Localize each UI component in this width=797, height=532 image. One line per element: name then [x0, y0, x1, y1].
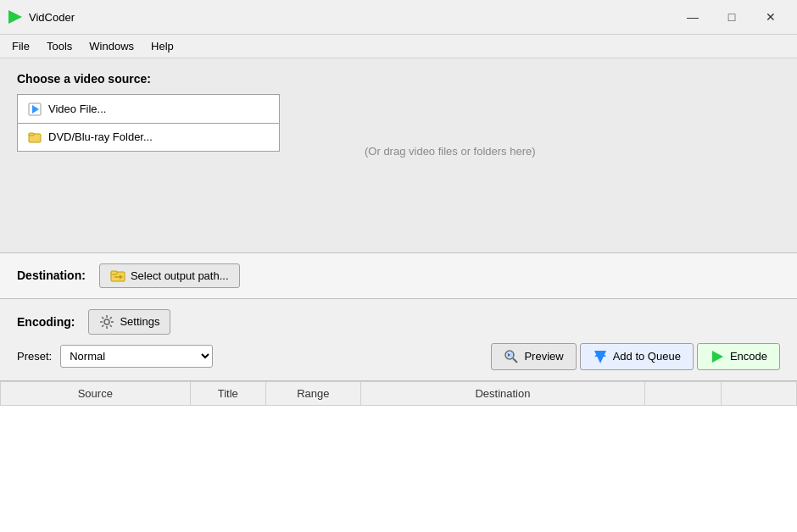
col-destination: Destination [360, 381, 644, 405]
window-controls: — □ ✕ [673, 5, 790, 29]
preview-label: Preview [524, 350, 563, 363]
col-range: Range [265, 381, 360, 405]
settings-button[interactable]: Settings [88, 309, 170, 335]
settings-icon [99, 314, 114, 330]
dvd-folder-label: DVD/Blu-ray Folder... [48, 130, 153, 143]
video-file-label: Video File... [48, 103, 106, 115]
encode-button[interactable]: Encode [697, 343, 780, 370]
maximize-button[interactable]: □ [712, 5, 751, 29]
svg-line-11 [513, 358, 517, 363]
dvd-folder-icon [28, 130, 42, 145]
menu-bar: File Tools Windows Help [0, 35, 797, 58]
destination-label: Destination: [17, 269, 86, 282]
app-title: VidCoder [29, 11, 673, 24]
col-extra1 [645, 381, 721, 405]
preview-button[interactable]: Preview [491, 343, 576, 370]
menu-help[interactable]: Help [142, 36, 182, 56]
encode-icon [710, 349, 725, 364]
minimize-button[interactable]: — [673, 5, 712, 29]
source-row: Video File... DVD/Blu-ray Folder... (Or … [17, 94, 780, 158]
col-source: Source [1, 381, 191, 405]
output-folder-icon [110, 269, 125, 283]
svg-marker-16 [712, 351, 723, 363]
encoding-row1: Encoding: Settings [17, 309, 780, 335]
dvd-folder-button[interactable]: DVD/Blu-ray Folder... [18, 124, 279, 152]
col-title: Title [190, 381, 265, 405]
close-button[interactable]: ✕ [751, 5, 790, 29]
drag-hint: (Or drag video files or folders here) [365, 145, 536, 158]
menu-file[interactable]: File [3, 36, 38, 56]
destination-section: Destination: Select output path... [0, 253, 797, 299]
encoding-label: Encoding: [17, 315, 75, 329]
svg-marker-0 [8, 10, 22, 24]
video-file-button[interactable]: Video File... [18, 95, 279, 124]
svg-point-9 [104, 319, 109, 324]
source-buttons: Video File... DVD/Blu-ray Folder... [17, 94, 280, 152]
encoding-section: Encoding: Settings Preset: Normal Fast H… [0, 299, 797, 381]
action-buttons: Preview Add to Queue [491, 343, 780, 370]
encoding-row2: Preset: Normal Fast HQ Super HQ [17, 343, 780, 370]
svg-rect-4 [29, 133, 34, 136]
table-header-row: Source Title Range Destination [1, 381, 797, 405]
app-icon [7, 8, 24, 25]
preview-icon [504, 349, 519, 364]
source-section: Choose a video source: Video File... [0, 58, 797, 253]
source-title: Choose a video source: [17, 72, 780, 86]
main-content: Choose a video source: Video File... [0, 58, 797, 532]
title-bar: VidCoder — □ ✕ [0, 0, 797, 35]
video-file-icon [28, 102, 42, 116]
add-to-queue-button[interactable]: Add to Queue [580, 343, 694, 370]
queue-table: Source Title Range Destination [0, 381, 797, 406]
queue-section: Source Title Range Destination [0, 381, 797, 532]
preset-select[interactable]: Normal Fast HQ Super HQ [60, 345, 213, 368]
menu-windows[interactable]: Windows [81, 36, 142, 56]
encode-label: Encode [730, 350, 767, 363]
queue-icon [593, 349, 608, 364]
settings-label: Settings [120, 315, 159, 328]
select-output-button[interactable]: Select output path... [99, 263, 240, 288]
col-extra2 [721, 381, 796, 405]
svg-rect-6 [111, 271, 117, 274]
select-output-label: Select output path... [131, 269, 229, 282]
menu-tools[interactable]: Tools [38, 36, 81, 56]
preset-label: Preset: [17, 350, 52, 363]
queue-label: Add to Queue [613, 350, 681, 363]
preset-row: Preset: Normal Fast HQ Super HQ [17, 345, 213, 368]
